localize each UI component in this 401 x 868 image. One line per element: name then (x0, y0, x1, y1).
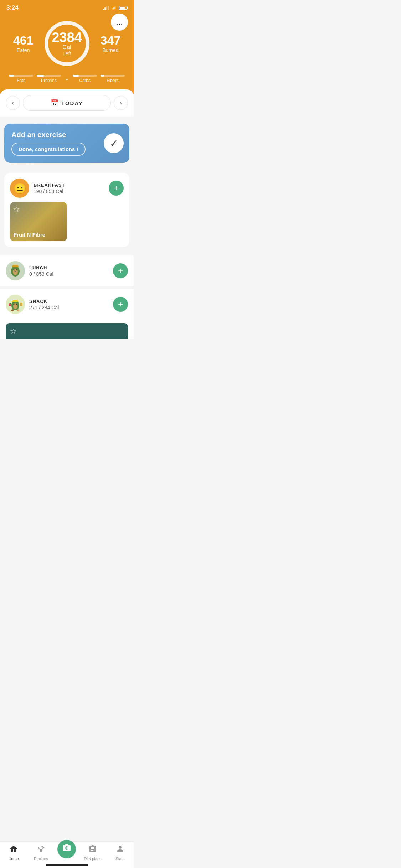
breakfast-header: 😐 BREAKFAST 190 / 853 Cal + (10, 179, 124, 198)
svg-point-14 (14, 304, 15, 305)
calorie-section: 461 Eaten 2384 Cal Left 347 Burned (7, 19, 127, 68)
snack-avatar (6, 295, 25, 314)
proteins-label: Proteins (41, 78, 57, 83)
next-arrow-icon: › (120, 100, 122, 106)
main-content: ‹ 📅 TODAY › Add an exercise Done, congra… (0, 89, 134, 367)
macro-carbs: Carbs (73, 75, 97, 83)
today-label: TODAY (61, 100, 83, 106)
svg-point-7 (16, 269, 17, 270)
exercise-check-icon[interactable]: ✓ (104, 133, 124, 153)
svg-rect-17 (12, 301, 19, 302)
burned-value: 347 (101, 34, 121, 47)
cal-label: Cal (52, 44, 82, 51)
breakfast-title: BREAKFAST (34, 182, 104, 188)
eaten-label: Eaten (13, 47, 34, 53)
breakfast-card: 😐 BREAKFAST 190 / 853 Cal + Fruit N Fibr… (4, 173, 129, 247)
eaten-value: 461 (13, 34, 34, 47)
food-star-icon: ☆ (13, 205, 20, 214)
food-item-name: Fruit N Fibre (14, 232, 45, 238)
macro-fats: Fats (9, 75, 33, 83)
ring-center: 2384 Cal Left (52, 31, 82, 56)
lunch-avatar-svg (6, 261, 25, 280)
fats-label: Fats (17, 78, 25, 83)
breakfast-add-icon: + (114, 183, 119, 193)
breakfast-food-item[interactable]: Fruit N Fibre ☆ (10, 202, 67, 241)
exercise-left: Add an exercise Done, congratulations ! (11, 131, 86, 156)
snack-star-icon: ☆ (10, 327, 16, 335)
svg-point-15 (16, 304, 17, 305)
svg-rect-9 (13, 265, 18, 266)
svg-point-22 (17, 309, 19, 311)
lunch-add-button[interactable]: + (113, 263, 128, 278)
lunch-section: LUNCH 0 / 853 Cal + (0, 255, 134, 286)
svg-point-21 (11, 309, 14, 311)
svg-point-19 (10, 303, 11, 304)
lunch-calories: 0 / 853 Cal (29, 271, 109, 277)
next-date-button[interactable]: › (114, 96, 128, 110)
lunch-add-icon: + (118, 266, 123, 276)
signal-icon (103, 6, 109, 10)
burned-label: Burned (101, 47, 121, 53)
calorie-ring: 2384 Cal Left (42, 19, 92, 68)
breakfast-avatar: 😐 (10, 179, 29, 198)
exercise-done-button[interactable]: Done, congratulations ! (11, 143, 86, 156)
eaten-section: 461 Eaten (13, 34, 34, 53)
date-nav: ‹ 📅 TODAY › (0, 89, 134, 117)
carbs-label: Carbs (79, 78, 91, 83)
calories-left-value: 2384 (52, 31, 82, 44)
fibers-label: Fibers (107, 78, 118, 83)
macro-bars: Fats Proteins ⌄ Carbs Fibers (7, 75, 127, 83)
status-time: 3:24 (6, 4, 19, 11)
left-label: Left (52, 51, 82, 56)
burned-section: 347 Burned (101, 34, 121, 53)
battery-icon (119, 6, 127, 10)
snack-title: SNACK (29, 299, 109, 304)
lunch-info: LUNCH 0 / 853 Cal (29, 265, 109, 277)
snack-section: SNACK 271 / 284 Cal + ☆ (0, 289, 134, 339)
snack-add-button[interactable]: + (113, 297, 128, 312)
snack-card: SNACK 271 / 284 Cal + (0, 289, 134, 320)
macro-fibers: Fibers (101, 75, 125, 83)
exercise-title: Add an exercise (11, 131, 86, 139)
status-bar: 3:24 📶 (0, 0, 134, 14)
chevron-down-icon[interactable]: ⌄ (65, 75, 69, 82)
svg-rect-20 (20, 303, 22, 306)
calendar-icon: 📅 (51, 99, 58, 107)
lunch-card: LUNCH 0 / 853 Cal + (0, 255, 134, 286)
snack-food-bar[interactable]: ☆ (6, 323, 128, 339)
lunch-title: LUNCH (29, 265, 109, 270)
snack-add-icon: + (118, 299, 123, 309)
svg-point-6 (14, 269, 15, 270)
prev-date-button[interactable]: ‹ (6, 96, 20, 110)
date-label[interactable]: 📅 TODAY (23, 95, 111, 111)
wifi-icon: 📶 (111, 5, 117, 10)
lunch-avatar (6, 261, 25, 280)
snack-info: SNACK 271 / 284 Cal (29, 299, 109, 310)
breakfast-calories: 190 / 853 Cal (34, 188, 104, 194)
breakfast-add-button[interactable]: + (109, 181, 124, 196)
macro-proteins: Proteins (37, 75, 61, 83)
snack-avatar-svg (6, 295, 25, 314)
chat-button[interactable]: … (111, 14, 128, 31)
chat-icon: … (116, 18, 123, 26)
status-icons: 📶 (103, 5, 127, 10)
exercise-card[interactable]: Add an exercise Done, congratulations ! … (4, 124, 129, 163)
header-section: … 461 Eaten 2384 Cal Left 347 Burned (0, 14, 134, 94)
snack-calories: 271 / 284 Cal (29, 305, 109, 310)
breakfast-info: BREAKFAST 190 / 853 Cal (34, 182, 104, 194)
prev-arrow-icon: ‹ (12, 100, 14, 106)
